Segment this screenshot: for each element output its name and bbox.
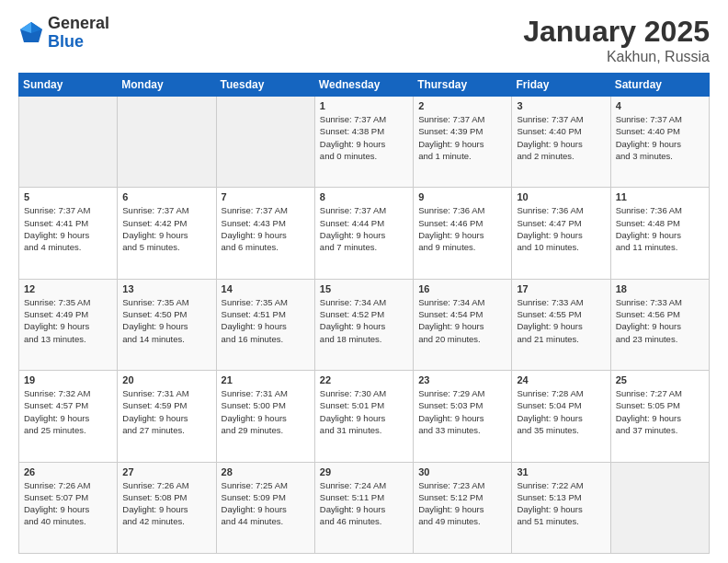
calendar-cell: 19Sunrise: 7:32 AM Sunset: 4:57 PM Dayli… (19, 371, 118, 462)
day-info: Sunrise: 7:29 AM Sunset: 5:03 PM Dayligh… (418, 387, 506, 436)
day-number: 26 (24, 466, 112, 477)
day-info: Sunrise: 7:37 AM Sunset: 4:38 PM Dayligh… (320, 113, 408, 162)
calendar-cell: 25Sunrise: 7:27 AM Sunset: 5:05 PM Dayli… (610, 371, 709, 462)
day-number: 27 (122, 466, 210, 477)
day-info: Sunrise: 7:34 AM Sunset: 4:52 PM Dayligh… (320, 296, 408, 345)
calendar-cell: 27Sunrise: 7:26 AM Sunset: 5:08 PM Dayli… (118, 462, 216, 553)
col-sunday: Sunday (19, 74, 118, 97)
day-info: Sunrise: 7:37 AM Sunset: 4:40 PM Dayligh… (517, 113, 605, 162)
day-info: Sunrise: 7:35 AM Sunset: 4:50 PM Dayligh… (122, 296, 210, 345)
calendar-body: 1Sunrise: 7:37 AM Sunset: 4:38 PM Daylig… (19, 97, 710, 554)
day-info: Sunrise: 7:25 AM Sunset: 5:09 PM Dayligh… (222, 479, 310, 528)
day-info: Sunrise: 7:35 AM Sunset: 4:49 PM Dayligh… (24, 296, 112, 345)
day-info: Sunrise: 7:22 AM Sunset: 5:13 PM Dayligh… (517, 479, 605, 528)
day-info: Sunrise: 7:30 AM Sunset: 5:01 PM Dayligh… (320, 387, 408, 436)
calendar-cell: 5Sunrise: 7:37 AM Sunset: 4:41 PM Daylig… (19, 188, 118, 279)
day-number: 28 (222, 466, 310, 477)
calendar-cell: 17Sunrise: 7:33 AM Sunset: 4:55 PM Dayli… (512, 279, 610, 370)
calendar-cell: 15Sunrise: 7:34 AM Sunset: 4:52 PM Dayli… (314, 279, 413, 370)
day-number: 22 (320, 374, 408, 385)
calendar-cell: 1Sunrise: 7:37 AM Sunset: 4:38 PM Daylig… (314, 97, 413, 188)
logo-blue-text: Blue (48, 33, 109, 52)
day-info: Sunrise: 7:26 AM Sunset: 5:07 PM Dayligh… (24, 479, 112, 528)
calendar-cell: 11Sunrise: 7:36 AM Sunset: 4:48 PM Dayli… (610, 188, 709, 279)
day-number: 12 (24, 283, 112, 294)
day-info: Sunrise: 7:27 AM Sunset: 5:05 PM Dayligh… (616, 387, 704, 436)
day-info: Sunrise: 7:33 AM Sunset: 4:55 PM Dayligh… (517, 296, 605, 345)
logo: General Blue (18, 15, 109, 52)
logo-icon (18, 20, 44, 46)
calendar-header: Sunday Monday Tuesday Wednesday Thursday… (19, 74, 710, 97)
day-info: Sunrise: 7:37 AM Sunset: 4:44 PM Dayligh… (320, 204, 408, 253)
day-number: 2 (418, 100, 506, 111)
day-number: 30 (418, 466, 506, 477)
day-info: Sunrise: 7:36 AM Sunset: 4:48 PM Dayligh… (616, 204, 704, 253)
day-number: 1 (320, 100, 408, 111)
page: General Blue January 2025 Kakhun, Russia… (0, 0, 728, 563)
calendar-cell: 8Sunrise: 7:37 AM Sunset: 4:44 PM Daylig… (314, 188, 413, 279)
calendar-cell: 3Sunrise: 7:37 AM Sunset: 4:40 PM Daylig… (512, 97, 610, 188)
day-number: 17 (517, 283, 605, 294)
day-info: Sunrise: 7:24 AM Sunset: 5:11 PM Dayligh… (320, 479, 408, 528)
header: General Blue January 2025 Kakhun, Russia (18, 15, 710, 65)
day-info: Sunrise: 7:37 AM Sunset: 4:41 PM Dayligh… (24, 204, 112, 253)
calendar-cell (610, 462, 709, 553)
calendar-cell: 30Sunrise: 7:23 AM Sunset: 5:12 PM Dayli… (414, 462, 512, 553)
col-wednesday: Wednesday (314, 74, 413, 97)
col-thursday: Thursday (414, 74, 512, 97)
calendar-cell: 4Sunrise: 7:37 AM Sunset: 4:40 PM Daylig… (610, 97, 709, 188)
day-info: Sunrise: 7:36 AM Sunset: 4:47 PM Dayligh… (517, 204, 605, 253)
calendar-cell: 20Sunrise: 7:31 AM Sunset: 4:59 PM Dayli… (118, 371, 216, 462)
day-number: 16 (418, 283, 506, 294)
location: Kakhun, Russia (523, 49, 710, 65)
day-number: 3 (517, 100, 605, 111)
day-info: Sunrise: 7:37 AM Sunset: 4:39 PM Dayligh… (418, 113, 506, 162)
day-number: 23 (418, 374, 506, 385)
title-block: January 2025 Kakhun, Russia (523, 15, 710, 65)
calendar-cell (216, 97, 314, 188)
day-number: 5 (24, 191, 112, 202)
day-info: Sunrise: 7:28 AM Sunset: 5:04 PM Dayligh… (517, 387, 605, 436)
calendar-cell: 9Sunrise: 7:36 AM Sunset: 4:46 PM Daylig… (414, 188, 512, 279)
day-number: 19 (24, 374, 112, 385)
day-number: 15 (320, 283, 408, 294)
day-number: 25 (616, 374, 704, 385)
col-monday: Monday (118, 74, 216, 97)
calendar-cell (19, 97, 118, 188)
col-tuesday: Tuesday (216, 74, 314, 97)
calendar-cell: 22Sunrise: 7:30 AM Sunset: 5:01 PM Dayli… (314, 371, 413, 462)
day-info: Sunrise: 7:26 AM Sunset: 5:08 PM Dayligh… (122, 479, 210, 528)
day-number: 13 (122, 283, 210, 294)
calendar-table: Sunday Monday Tuesday Wednesday Thursday… (18, 73, 710, 554)
day-info: Sunrise: 7:36 AM Sunset: 4:46 PM Dayligh… (418, 204, 506, 253)
calendar-week-5: 26Sunrise: 7:26 AM Sunset: 5:07 PM Dayli… (19, 462, 710, 553)
day-number: 29 (320, 466, 408, 477)
calendar-cell: 6Sunrise: 7:37 AM Sunset: 4:42 PM Daylig… (118, 188, 216, 279)
calendar-cell: 18Sunrise: 7:33 AM Sunset: 4:56 PM Dayli… (610, 279, 709, 370)
calendar-week-4: 19Sunrise: 7:32 AM Sunset: 4:57 PM Dayli… (19, 371, 710, 462)
day-number: 18 (616, 283, 704, 294)
day-number: 6 (122, 191, 210, 202)
calendar-week-3: 12Sunrise: 7:35 AM Sunset: 4:49 PM Dayli… (19, 279, 710, 370)
calendar-cell: 29Sunrise: 7:24 AM Sunset: 5:11 PM Dayli… (314, 462, 413, 553)
calendar-cell: 14Sunrise: 7:35 AM Sunset: 4:51 PM Dayli… (216, 279, 314, 370)
day-number: 9 (418, 191, 506, 202)
calendar-cell (118, 97, 216, 188)
calendar-cell: 28Sunrise: 7:25 AM Sunset: 5:09 PM Dayli… (216, 462, 314, 553)
header-row: Sunday Monday Tuesday Wednesday Thursday… (19, 74, 710, 97)
calendar-cell: 23Sunrise: 7:29 AM Sunset: 5:03 PM Dayli… (414, 371, 512, 462)
day-info: Sunrise: 7:32 AM Sunset: 4:57 PM Dayligh… (24, 387, 112, 436)
day-number: 7 (222, 191, 310, 202)
day-number: 14 (222, 283, 310, 294)
calendar-cell: 24Sunrise: 7:28 AM Sunset: 5:04 PM Dayli… (512, 371, 610, 462)
calendar-cell: 26Sunrise: 7:26 AM Sunset: 5:07 PM Dayli… (19, 462, 118, 553)
calendar-cell: 12Sunrise: 7:35 AM Sunset: 4:49 PM Dayli… (19, 279, 118, 370)
month-title: January 2025 (523, 15, 710, 49)
logo-general-text: General (48, 15, 109, 33)
day-number: 10 (517, 191, 605, 202)
calendar-cell: 13Sunrise: 7:35 AM Sunset: 4:50 PM Dayli… (118, 279, 216, 370)
day-info: Sunrise: 7:37 AM Sunset: 4:42 PM Dayligh… (122, 204, 210, 253)
day-number: 31 (517, 466, 605, 477)
day-number: 4 (616, 100, 704, 111)
day-number: 21 (222, 374, 310, 385)
